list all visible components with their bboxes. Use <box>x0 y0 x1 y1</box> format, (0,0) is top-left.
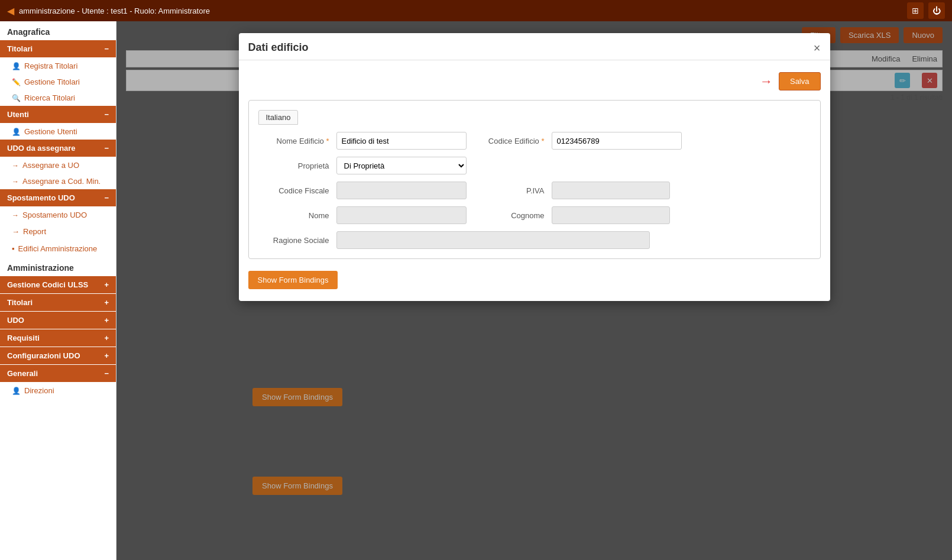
sidebar-group-titolari-label: Titolari <box>7 44 33 53</box>
modal-show-form-bindings-button[interactable]: Show Form Bindings <box>248 271 338 289</box>
codice-edificio-input[interactable] <box>552 132 682 150</box>
sidebar-group-udo-label: UDO da assegnare <box>7 144 76 153</box>
piva-label: P.IVA <box>474 186 545 195</box>
modal-close-button[interactable]: × <box>814 42 821 54</box>
cognome-label: Cognome <box>474 211 545 220</box>
lang-tab[interactable]: Italiano <box>258 110 299 125</box>
nome-edificio-label: Nome Edificio * <box>258 137 329 145</box>
configurazioni-plus-icon: + <box>104 351 109 360</box>
nome-edificio-input[interactable] <box>336 132 467 150</box>
sidebar-item-ricerca-label: Ricerca Titolari <box>24 93 75 102</box>
sidebar-group-udo-assegnare[interactable]: UDO da assegnare − <box>0 140 116 157</box>
generali-collapse-icon: − <box>104 369 109 378</box>
sidebar-item-assegnare-uo[interactable]: → Assegnare a UO <box>0 157 116 173</box>
sidebar-item-assegnare-uo-label: Assegnare a UO <box>22 161 79 170</box>
sidebar-group-gestione-codici[interactable]: Gestione Codici ULSS + <box>0 276 116 293</box>
sidebar-item-registra-label: Registra Titolari <box>24 61 77 70</box>
form-row-ragione-sociale: Ragione Sociale <box>258 231 811 249</box>
sidebar-group-configurazioni-udo[interactable]: Configurazioni UDO + <box>0 347 116 364</box>
edifici-icon: ▪ <box>12 244 15 253</box>
sidebar-item-report-label: Report <box>23 227 46 236</box>
sidebar-item-assegnare-cod-min[interactable]: → Assegnare a Cod. Min. <box>0 173 116 189</box>
sidebar-item-report[interactable]: → Report <box>0 223 116 240</box>
amministrazione-section-title: Amministrazione <box>0 257 116 276</box>
arrow-icon-1: → <box>12 161 19 170</box>
ragione-sociale-input[interactable] <box>336 231 650 249</box>
proprieta-label: Proprietà <box>258 161 329 170</box>
sidebar-group-spostamento-udo[interactable]: Spostamento UDO − <box>0 189 116 206</box>
top-bar-left: ◀ amministrazione - Utente : test1 - Ruo… <box>7 5 210 17</box>
sidebar: Anagrafica Titolari − 👤 Registra Titolar… <box>0 21 116 560</box>
sidebar-group-spostamento-label: Spostamento UDO <box>7 193 75 202</box>
proprieta-select[interactable]: Di Proprietà In Affitto Altro <box>336 157 467 174</box>
sidebar-group-titolari-admin-label: Titolari <box>7 298 33 307</box>
sidebar-item-spostamento-udo-label: Spostamento UDO <box>22 211 87 219</box>
top-bar: ◀ amministrazione - Utente : test1 - Ruo… <box>0 0 952 21</box>
arrow-icon-report: → <box>12 227 20 236</box>
titolari-collapse-icon: − <box>104 44 109 53</box>
person-icon-2: 👤 <box>12 128 21 136</box>
sidebar-group-generali[interactable]: Generali − <box>0 365 116 382</box>
sidebar-item-edifici-admin[interactable]: ▪ Edifici Amministrazione <box>0 240 116 257</box>
power-icon-btn[interactable]: ⏻ <box>928 2 945 19</box>
modal-show-bindings: Show Form Bindings <box>248 271 821 289</box>
person-icon: 👤 <box>12 62 21 70</box>
titolari-admin-plus-icon: + <box>104 298 109 307</box>
salva-arrow-indicator: → <box>760 74 773 89</box>
sidebar-item-gestione-label: Gestione Titolari <box>24 77 80 86</box>
sidebar-item-gestione-utenti[interactable]: 👤 Gestione Utenti <box>0 124 116 140</box>
sidebar-group-configurazioni-label: Configurazioni UDO <box>7 351 80 360</box>
codice-fiscale-label: Codice Fiscale <box>258 186 329 195</box>
form-section: Italiano Nome Edificio * Codice E <box>248 100 821 259</box>
sidebar-group-requisiti[interactable]: Requisiti + <box>0 329 116 347</box>
back-arrow-icon[interactable]: ◀ <box>7 5 14 17</box>
sidebar-group-udo-admin-label: UDO <box>7 316 24 325</box>
sidebar-group-udo-admin[interactable]: UDO + <box>0 312 116 329</box>
piva-input[interactable] <box>552 182 670 199</box>
utenti-collapse-icon: − <box>104 110 109 119</box>
udo-collapse-icon: − <box>104 144 109 153</box>
cognome-input[interactable] <box>552 206 670 224</box>
sidebar-item-spostamento-udo[interactable]: → Spostamento UDO <box>0 207 116 223</box>
nome-label: Nome <box>258 211 329 220</box>
nome-input[interactable] <box>336 206 467 224</box>
form-row-nome-cognome: Nome Cognome <box>258 206 811 224</box>
sidebar-group-utenti[interactable]: Utenti − <box>0 106 116 123</box>
form-row-nome-codice: Nome Edificio * Codice Edificio * <box>258 132 811 150</box>
top-bar-title: amministrazione - Utente : test1 - Ruolo… <box>19 7 210 15</box>
modal-overlay: Dati edificio × → Salva Italiano <box>116 21 952 560</box>
salva-area: → Salva <box>248 72 821 90</box>
anagrafica-section-title: Anagrafica <box>0 21 116 40</box>
codice-fiscale-input[interactable] <box>336 182 467 199</box>
sidebar-group-requisiti-label: Requisiti <box>7 334 40 342</box>
sidebar-group-titolari-admin[interactable]: Titolari + <box>0 294 116 311</box>
sidebar-item-edifici-label: Edifici Amministrazione <box>18 244 98 253</box>
gestione-codici-plus-icon: + <box>104 280 109 289</box>
modal-dati-edificio: Dati edificio × → Salva Italiano <box>239 33 830 301</box>
modal-title: Dati edificio <box>248 41 309 54</box>
search-icon: 🔍 <box>12 94 21 102</box>
edit-icon: ✏️ <box>12 78 21 86</box>
sidebar-item-ricerca-titolari[interactable]: 🔍 Ricerca Titolari <box>0 90 116 106</box>
requisiti-plus-icon: + <box>104 334 109 342</box>
sidebar-group-titolari[interactable]: Titolari − <box>0 40 116 57</box>
modal-header: Dati edificio × <box>239 33 830 60</box>
salva-button[interactable]: Salva <box>779 72 821 90</box>
spostamento-collapse-icon: − <box>104 193 109 202</box>
modal-body: → Salva Italiano Nome Edificio * <box>239 60 830 301</box>
ragione-sociale-label: Ragione Sociale <box>258 236 329 245</box>
arrow-icon-3: → <box>12 211 19 219</box>
sidebar-item-gestione-utenti-label: Gestione Utenti <box>24 127 77 136</box>
udo-admin-plus-icon: + <box>104 316 109 325</box>
settings-icon-btn[interactable]: ⊞ <box>907 2 924 19</box>
sidebar-item-registra-titolari[interactable]: 👤 Registra Titolari <box>0 58 116 74</box>
sidebar-item-gestione-titolari[interactable]: ✏️ Gestione Titolari <box>0 74 116 90</box>
sidebar-group-utenti-label: Utenti <box>7 110 29 119</box>
form-grid: Nome Edificio * Codice Edificio * <box>258 132 811 249</box>
sidebar-item-direzioni[interactable]: 👤 Direzioni <box>0 383 116 399</box>
codice-edificio-label: Codice Edificio * <box>474 137 545 145</box>
top-bar-right: ⊞ ⏻ <box>907 2 945 19</box>
sidebar-group-generali-label: Generali <box>7 369 38 378</box>
form-row-cf-piva: Codice Fiscale P.IVA <box>258 182 811 199</box>
content-area: Filtro Scarica XLS Nuovo Modifica Elimin… <box>116 21 952 560</box>
